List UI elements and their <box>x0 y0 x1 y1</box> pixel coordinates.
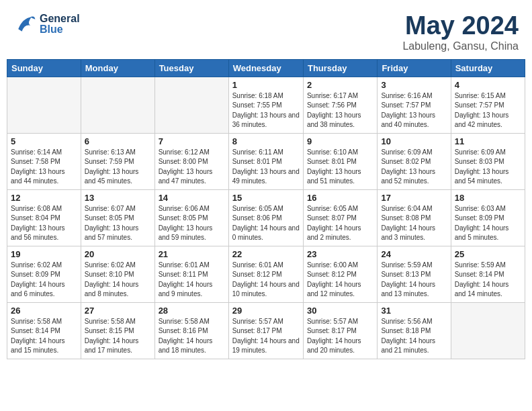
calendar-day-cell: 31Sunrise: 5:56 AMSunset: 8:18 PMDayligh… <box>378 302 451 359</box>
day-number: 23 <box>307 249 373 259</box>
day-info: Sunrise: 6:10 AMSunset: 8:01 PMDaylight:… <box>307 148 373 187</box>
day-info: Sunrise: 6:03 AMSunset: 8:09 PMDaylight:… <box>455 204 521 243</box>
calendar-day-cell: 23Sunrise: 6:00 AMSunset: 8:12 PMDayligh… <box>303 246 377 302</box>
day-info: Sunrise: 6:00 AMSunset: 8:12 PMDaylight:… <box>307 261 373 300</box>
day-info: Sunrise: 5:58 AMSunset: 8:14 PMDaylight:… <box>11 317 77 356</box>
day-number: 21 <box>159 249 225 259</box>
calendar-day-cell: 9Sunrise: 6:10 AMSunset: 8:01 PMDaylight… <box>303 133 377 189</box>
day-number: 5 <box>11 136 77 146</box>
weekday-header: Tuesday <box>154 59 228 77</box>
day-number: 31 <box>381 306 447 316</box>
day-info: Sunrise: 6:11 AMSunset: 8:01 PMDaylight:… <box>232 148 300 187</box>
day-number: 13 <box>85 193 151 203</box>
day-info: Sunrise: 6:12 AMSunset: 8:00 PMDaylight:… <box>159 148 225 187</box>
calendar-week-row: 1Sunrise: 6:18 AMSunset: 7:55 PMDaylight… <box>7 77 525 133</box>
day-info: Sunrise: 6:17 AMSunset: 7:56 PMDaylight:… <box>307 91 373 130</box>
calendar-day-cell <box>7 77 81 133</box>
day-number: 1 <box>232 80 300 90</box>
day-info: Sunrise: 6:15 AMSunset: 7:57 PMDaylight:… <box>455 91 521 130</box>
calendar-day-cell: 2Sunrise: 6:17 AMSunset: 7:56 PMDaylight… <box>303 77 377 133</box>
day-info: Sunrise: 5:56 AMSunset: 8:18 PMDaylight:… <box>381 317 447 356</box>
weekday-header: Monday <box>81 59 154 77</box>
day-info: Sunrise: 6:13 AMSunset: 7:59 PMDaylight:… <box>85 148 151 187</box>
weekday-header: Wednesday <box>228 59 303 77</box>
day-info: Sunrise: 6:05 AMSunset: 8:06 PMDaylight:… <box>232 204 300 243</box>
calendar-day-cell: 3Sunrise: 6:16 AMSunset: 7:57 PMDaylight… <box>378 77 451 133</box>
calendar-day-cell: 25Sunrise: 5:59 AMSunset: 8:14 PMDayligh… <box>451 246 525 302</box>
day-number: 6 <box>85 136 151 146</box>
day-info: Sunrise: 5:59 AMSunset: 8:13 PMDaylight:… <box>381 261 447 300</box>
logo-general: General <box>40 13 80 24</box>
calendar-day-cell: 5Sunrise: 6:14 AMSunset: 7:58 PMDaylight… <box>7 133 81 189</box>
day-number: 28 <box>159 306 225 316</box>
calendar-day-cell: 27Sunrise: 5:58 AMSunset: 8:15 PMDayligh… <box>81 302 154 359</box>
day-info: Sunrise: 5:58 AMSunset: 8:16 PMDaylight:… <box>159 317 225 356</box>
weekday-header: Saturday <box>451 59 525 77</box>
calendar-day-cell: 18Sunrise: 6:03 AMSunset: 8:09 PMDayligh… <box>451 189 525 246</box>
day-number: 26 <box>11 306 77 316</box>
calendar-day-cell: 29Sunrise: 5:57 AMSunset: 8:17 PMDayligh… <box>228 302 303 359</box>
calendar-day-cell: 6Sunrise: 6:13 AMSunset: 7:59 PMDaylight… <box>81 133 154 189</box>
day-number: 8 <box>232 136 300 146</box>
day-number: 18 <box>455 193 521 203</box>
calendar-week-row: 12Sunrise: 6:08 AMSunset: 8:04 PMDayligh… <box>7 189 525 246</box>
day-number: 3 <box>381 80 447 90</box>
page-header: General Blue May 2024 Labuleng, Gansu, C… <box>7 7 525 56</box>
logo: General Blue <box>13 12 80 36</box>
logo-blue: Blue <box>40 24 80 35</box>
day-number: 27 <box>85 306 151 316</box>
day-info: Sunrise: 6:02 AMSunset: 8:09 PMDaylight:… <box>11 261 77 300</box>
calendar-week-row: 26Sunrise: 5:58 AMSunset: 8:14 PMDayligh… <box>7 302 525 359</box>
calendar-day-cell: 17Sunrise: 6:04 AMSunset: 8:08 PMDayligh… <box>378 189 451 246</box>
title-block: May 2024 Labuleng, Gansu, China <box>402 12 519 52</box>
calendar-day-cell: 13Sunrise: 6:07 AMSunset: 8:05 PMDayligh… <box>81 189 154 246</box>
calendar-day-cell: 30Sunrise: 5:57 AMSunset: 8:17 PMDayligh… <box>303 302 377 359</box>
day-number: 9 <box>307 136 373 146</box>
day-info: Sunrise: 6:09 AMSunset: 8:03 PMDaylight:… <box>455 148 521 187</box>
day-info: Sunrise: 6:14 AMSunset: 7:58 PMDaylight:… <box>11 148 77 187</box>
day-info: Sunrise: 6:01 AMSunset: 8:12 PMDaylight:… <box>232 261 300 300</box>
day-info: Sunrise: 6:08 AMSunset: 8:04 PMDaylight:… <box>11 204 77 243</box>
calendar-day-cell: 24Sunrise: 5:59 AMSunset: 8:13 PMDayligh… <box>378 246 451 302</box>
calendar-day-cell: 4Sunrise: 6:15 AMSunset: 7:57 PMDaylight… <box>451 77 525 133</box>
calendar-day-cell <box>154 77 228 133</box>
day-info: Sunrise: 5:59 AMSunset: 8:14 PMDaylight:… <box>455 261 521 300</box>
month-year-title: May 2024 <box>402 12 519 40</box>
day-info: Sunrise: 5:57 AMSunset: 8:17 PMDaylight:… <box>232 317 300 356</box>
day-number: 22 <box>232 249 300 259</box>
calendar-day-cell <box>451 302 525 359</box>
day-number: 14 <box>159 193 225 203</box>
day-info: Sunrise: 6:05 AMSunset: 8:07 PMDaylight:… <box>307 204 373 243</box>
calendar-day-cell: 11Sunrise: 6:09 AMSunset: 8:03 PMDayligh… <box>451 133 525 189</box>
day-info: Sunrise: 6:04 AMSunset: 8:08 PMDaylight:… <box>381 204 447 243</box>
calendar-day-cell: 7Sunrise: 6:12 AMSunset: 8:00 PMDaylight… <box>154 133 228 189</box>
calendar-week-row: 19Sunrise: 6:02 AMSunset: 8:09 PMDayligh… <box>7 246 525 302</box>
day-info: Sunrise: 6:06 AMSunset: 8:05 PMDaylight:… <box>159 204 225 243</box>
day-number: 29 <box>232 306 300 316</box>
day-info: Sunrise: 6:09 AMSunset: 8:02 PMDaylight:… <box>381 148 447 187</box>
day-info: Sunrise: 5:58 AMSunset: 8:15 PMDaylight:… <box>85 317 151 356</box>
day-info: Sunrise: 5:57 AMSunset: 8:17 PMDaylight:… <box>307 317 373 356</box>
weekday-header-row: SundayMondayTuesdayWednesdayThursdayFrid… <box>7 59 525 77</box>
calendar-day-cell: 8Sunrise: 6:11 AMSunset: 8:01 PMDaylight… <box>228 133 303 189</box>
day-number: 20 <box>85 249 151 259</box>
day-number: 12 <box>11 193 77 203</box>
logo-icon <box>13 12 38 36</box>
day-info: Sunrise: 6:16 AMSunset: 7:57 PMDaylight:… <box>381 91 447 130</box>
calendar-table: SundayMondayTuesdayWednesdayThursdayFrid… <box>7 59 525 359</box>
calendar-day-cell: 14Sunrise: 6:06 AMSunset: 8:05 PMDayligh… <box>154 189 228 246</box>
calendar-day-cell: 12Sunrise: 6:08 AMSunset: 8:04 PMDayligh… <box>7 189 81 246</box>
calendar-day-cell: 16Sunrise: 6:05 AMSunset: 8:07 PMDayligh… <box>303 189 377 246</box>
day-info: Sunrise: 6:07 AMSunset: 8:05 PMDaylight:… <box>85 204 151 243</box>
day-number: 10 <box>381 136 447 146</box>
calendar-day-cell: 10Sunrise: 6:09 AMSunset: 8:02 PMDayligh… <box>378 133 451 189</box>
day-number: 15 <box>232 193 300 203</box>
day-number: 24 <box>381 249 447 259</box>
calendar-day-cell: 22Sunrise: 6:01 AMSunset: 8:12 PMDayligh… <box>228 246 303 302</box>
day-number: 7 <box>159 136 225 146</box>
calendar-day-cell: 26Sunrise: 5:58 AMSunset: 8:14 PMDayligh… <box>7 302 81 359</box>
calendar-day-cell: 15Sunrise: 6:05 AMSunset: 8:06 PMDayligh… <box>228 189 303 246</box>
day-number: 19 <box>11 249 77 259</box>
day-number: 4 <box>455 80 521 90</box>
day-number: 30 <box>307 306 373 316</box>
